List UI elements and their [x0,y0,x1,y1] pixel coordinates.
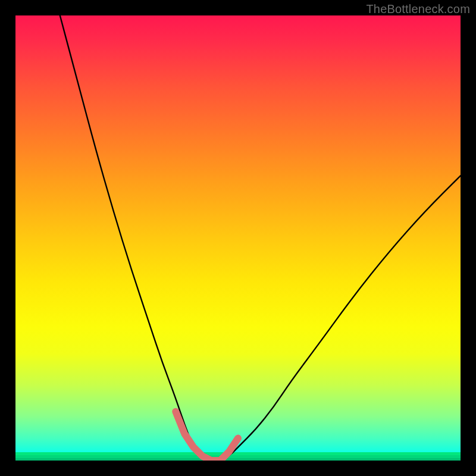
plot-area [15,15,461,461]
bottleneck-curve [60,15,461,461]
watermark-text: TheBottleneck.com [366,2,470,16]
curve-layer [15,15,461,461]
optimal-range-marker [176,412,238,461]
chart-frame: TheBottleneck.com [0,0,476,476]
